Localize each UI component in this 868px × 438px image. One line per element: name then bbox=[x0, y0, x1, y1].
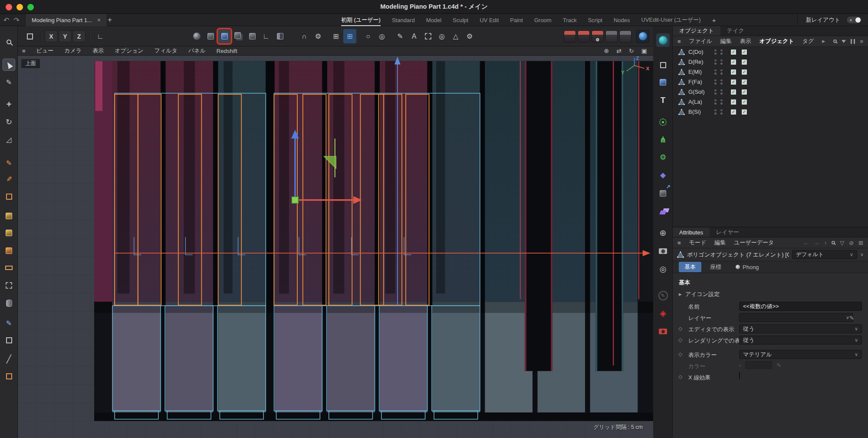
document-tab[interactable]: Modeling Piano Part 1... × bbox=[25, 14, 107, 26]
pen-tool-icon[interactable]: ✎ bbox=[394, 29, 407, 43]
tab-layers[interactable]: レイヤー bbox=[710, 227, 746, 237]
object-row-c[interactable]: C(Do) ✓ ✓ bbox=[673, 47, 868, 57]
xray-checkbox[interactable] bbox=[739, 372, 740, 379]
tab-objects[interactable]: オブジェクト bbox=[673, 26, 720, 36]
at-forward-icon[interactable]: → bbox=[814, 240, 819, 246]
move-tool-icon[interactable]: + bbox=[3, 98, 15, 110]
mograph-tree-icon[interactable]: ⋔ bbox=[656, 133, 670, 146]
layout-tab-groom[interactable]: Groom bbox=[534, 14, 552, 26]
close-tab-icon[interactable]: × bbox=[97, 16, 101, 23]
render-region-button[interactable] bbox=[619, 30, 631, 43]
layout-tab-nodes[interactable]: Nodes bbox=[614, 14, 630, 26]
render-visibility-dots[interactable] bbox=[720, 69, 723, 75]
viewport-menu-filter[interactable]: フィルタ bbox=[155, 47, 178, 55]
editor-visibility-dots[interactable] bbox=[714, 79, 717, 85]
layout-tab-paint[interactable]: Paint bbox=[510, 14, 523, 26]
layout-lock-toggle[interactable] bbox=[846, 16, 862, 24]
tag-check[interactable]: ✓ bbox=[741, 79, 747, 85]
om-search-icon[interactable] bbox=[833, 40, 837, 43]
cube-command-icon[interactable] bbox=[656, 76, 670, 89]
viewport-menu-panel[interactable]: パネル bbox=[188, 47, 206, 55]
target-icon[interactable]: ◎ bbox=[435, 29, 448, 43]
orbit-view-icon[interactable]: ↻ bbox=[629, 47, 634, 54]
tab-attributes[interactable]: Attributes bbox=[673, 227, 710, 237]
sculpt-pen-icon[interactable]: ✎ bbox=[3, 157, 15, 169]
cube-wire-icon[interactable] bbox=[3, 334, 15, 346]
at-up-icon[interactable]: ↑ bbox=[824, 240, 827, 246]
modeling-object-icon[interactable] bbox=[246, 29, 259, 43]
om-filter-icon[interactable] bbox=[842, 40, 846, 43]
active-modeling-tool-icon[interactable] bbox=[218, 29, 231, 43]
minimize-window-button[interactable] bbox=[16, 4, 23, 10]
name-input[interactable]: <<複数の値>> bbox=[739, 302, 862, 311]
knife-tool-icon[interactable]: ╱ bbox=[3, 353, 15, 365]
volume-diamond-icon[interactable]: ◆ bbox=[656, 168, 670, 182]
object-row-b[interactable]: B(Si) ✓ ✓ bbox=[673, 107, 868, 117]
om-columns-icon[interactable] bbox=[851, 39, 855, 44]
screw-tool-icon[interactable]: ⚙ bbox=[312, 29, 325, 43]
viewport-menu-redshift[interactable]: Redshift bbox=[217, 48, 237, 54]
editor-visibility-dots[interactable] bbox=[714, 99, 717, 105]
keyframe-diamond-icon[interactable]: ◇ bbox=[678, 337, 682, 343]
layer-dropdown[interactable]: ∨ bbox=[739, 313, 853, 322]
coordinate-system-icon[interactable]: ∟ bbox=[94, 29, 107, 43]
light-command-icon[interactable]: ◎ bbox=[656, 262, 670, 276]
cube-object-icon[interactable] bbox=[3, 210, 15, 222]
plane-object-icon[interactable] bbox=[3, 262, 15, 274]
enable-check[interactable]: ✓ bbox=[730, 59, 736, 65]
enable-check[interactable]: ✓ bbox=[730, 79, 736, 85]
render-visibility-dots[interactable] bbox=[720, 49, 723, 55]
editor-visibility-dots[interactable] bbox=[714, 69, 717, 75]
layer-eyedropper-icon[interactable]: ✎ bbox=[849, 315, 854, 321]
cylinder-object-icon[interactable] bbox=[3, 297, 15, 309]
editor-visibility-dots[interactable] bbox=[714, 59, 717, 65]
array-tool-icon[interactable] bbox=[232, 29, 245, 43]
viewport-menu-camera[interactable]: カメラ bbox=[64, 47, 82, 55]
header-chevron-icon[interactable]: ∨ bbox=[860, 252, 864, 257]
viewport-canvas[interactable]: Z X Y bbox=[18, 56, 653, 438]
at-back-icon[interactable]: ← bbox=[803, 240, 809, 246]
render-visibility-dots[interactable] bbox=[720, 99, 723, 105]
viewport-menu-view[interactable]: ビュー bbox=[36, 47, 54, 55]
sphere-primitive-icon[interactable] bbox=[190, 29, 203, 43]
axis-z-button[interactable]: Z bbox=[72, 30, 85, 42]
layout-tab-uvedit[interactable]: UV Edit bbox=[480, 14, 499, 26]
polygon-square-icon[interactable] bbox=[3, 370, 15, 382]
section-tab-phong[interactable]: Phong bbox=[730, 263, 765, 272]
redshift-renderer-icon[interactable] bbox=[636, 30, 649, 43]
at-menu-mode[interactable]: モード bbox=[689, 239, 707, 247]
instance-object-icon[interactable] bbox=[3, 279, 15, 291]
layout-tab-script[interactable]: Script bbox=[588, 14, 602, 26]
circle-guide-icon[interactable]: ○ bbox=[362, 29, 375, 43]
render-visibility-dropdown[interactable]: 従う∨ bbox=[739, 336, 862, 345]
spline-corner-icon[interactable]: ∟ bbox=[260, 29, 273, 43]
select-tool-icon[interactable] bbox=[3, 59, 15, 71]
environment-globe-icon[interactable]: ⊕ bbox=[656, 226, 670, 240]
render-view-button[interactable] bbox=[564, 30, 576, 43]
render-visibility-dots[interactable] bbox=[720, 79, 723, 85]
scale-tool-icon[interactable]: ◿ bbox=[3, 133, 15, 145]
layout-tab-model[interactable]: Model bbox=[426, 14, 441, 26]
at-menu-edit[interactable]: 編集 bbox=[714, 239, 726, 247]
keyframe-diamond-icon[interactable]: ◇ bbox=[678, 326, 682, 332]
at-search-icon[interactable] bbox=[832, 241, 835, 244]
preset-dropdown[interactable]: デフォルト ∨ bbox=[792, 250, 857, 259]
layout-tab-sculpt[interactable]: Sculpt bbox=[453, 14, 468, 26]
tag-check[interactable]: ✓ bbox=[741, 69, 747, 75]
axis-y-button[interactable]: Y bbox=[59, 30, 72, 42]
zoom-tool-icon[interactable] bbox=[3, 36, 15, 48]
om-menu-edit[interactable]: 編集 bbox=[720, 37, 732, 45]
tag-check[interactable]: ✓ bbox=[741, 49, 747, 55]
viewport-menu-options[interactable]: オプション bbox=[115, 47, 144, 55]
om-menu-file[interactable]: ファイル bbox=[689, 37, 712, 45]
redo-icon[interactable]: ↷ bbox=[13, 16, 19, 24]
editor-visibility-dropdown[interactable]: 従う∨ bbox=[739, 324, 862, 333]
field-sphere-icon[interactable] bbox=[656, 115, 670, 129]
render-visibility-dots[interactable] bbox=[720, 109, 723, 115]
render-visibility-dots[interactable] bbox=[720, 89, 723, 95]
rotation-guide-icon[interactable]: ◎ bbox=[375, 29, 388, 43]
toggle-view-icon[interactable]: ▣ bbox=[641, 47, 647, 54]
object-row-a[interactable]: A(La) ✓ ✓ bbox=[673, 97, 868, 107]
tag-check[interactable]: ✓ bbox=[741, 89, 747, 95]
editor-visibility-dots[interactable] bbox=[714, 109, 717, 115]
